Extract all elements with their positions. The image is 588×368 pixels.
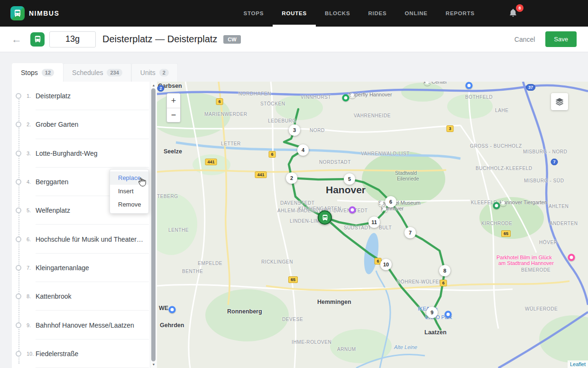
map-stop-marker[interactable]: 5 [344, 173, 355, 185]
brand[interactable]: NIMBUS [10, 6, 59, 20]
stop-radio[interactable] [16, 208, 21, 213]
nav-item[interactable]: RIDES [359, 0, 395, 27]
map-label: DÖHREN-WÜLFEL [397, 279, 442, 284]
list-scrollbar[interactable]: ▲ ▼ [150, 82, 157, 368]
road-shield: 37 [526, 84, 535, 91]
context-menu-item[interactable]: Remove [110, 198, 148, 211]
tab[interactable]: Units 2 [131, 63, 178, 82]
map-stop-marker-number: 9 [431, 310, 433, 315]
nav-item[interactable]: ONLINE [396, 0, 437, 27]
map-stop-marker[interactable]: 7 [404, 227, 416, 238]
stop-row[interactable]: 7. Kleingartenanlage [12, 254, 150, 282]
road-shield: 3 [446, 125, 453, 132]
map-stop-marker-number: 8 [443, 268, 446, 274]
sprengel-museum-icon[interactable] [349, 207, 356, 214]
stop-name: Kleingartenanlage [36, 264, 148, 272]
stop-row[interactable]: 1. Deisterplatz [12, 82, 150, 110]
route-number-input[interactable] [49, 31, 96, 47]
stop-radio[interactable] [16, 93, 21, 99]
brand-name: NIMBUS [29, 9, 59, 17]
map[interactable]: GarbsenNORDHAFENSTÖCKENVINNHORSTSuperfly… [157, 82, 588, 368]
route-header: ← Deisterplatz — Deisterplatz CW Cancel … [0, 27, 588, 52]
context-menu-item[interactable]: Insert [110, 185, 148, 198]
map-stop-marker[interactable]: 11 [368, 217, 380, 228]
route-type-button[interactable] [30, 32, 45, 47]
map-label: LENTHE [168, 227, 189, 233]
stop-radio[interactable] [16, 293, 21, 299]
scroll-down-icon[interactable]: ▼ [150, 363, 157, 366]
notification-badge: 8 [516, 4, 524, 12]
park-and-ride-icon[interactable] [169, 306, 176, 313]
map-stop-marker[interactable]: 9 [426, 307, 438, 318]
stop-radio[interactable] [16, 151, 21, 156]
map-label: VAHRENWALD-LIST [361, 151, 410, 156]
stop-row[interactable]: 8. Kattenbrook [12, 282, 150, 311]
map-stop-marker[interactable]: 8 [439, 265, 450, 276]
map-stop-marker-number: 5 [348, 176, 351, 182]
context-menu-item[interactable]: Replace [110, 171, 148, 185]
map-stop-marker[interactable]: 3 [289, 124, 300, 136]
map-label: RICKLINGEN [261, 259, 293, 264]
scroll-up-icon[interactable]: ▲ [150, 84, 157, 87]
shopping-icon[interactable] [445, 311, 452, 318]
map-attribution[interactable]: Leaflet [568, 360, 588, 368]
map-label: MISBURG - NORD [523, 149, 567, 154]
cancel-button[interactable]: Cancel [514, 36, 535, 43]
nav-item[interactable]: BLOCKS [316, 0, 359, 27]
map-label: Ronnenberg [227, 308, 262, 315]
map-label: Parkhotel Bilm im Glück [496, 255, 552, 260]
notifications-button[interactable]: 8 [508, 8, 519, 19]
stop-radio[interactable] [16, 265, 21, 271]
stop-radio[interactable] [16, 122, 21, 127]
bus-icon [34, 35, 42, 43]
stop-row[interactable]: 9. Bahnhof Hanover Messe/Laatzen [12, 311, 150, 339]
map-label: Hemmingen [317, 299, 351, 305]
scrollbar-thumb[interactable] [151, 88, 156, 361]
stop-number: 5. [27, 208, 31, 213]
stop-row[interactable]: 2. Grober Garten [12, 110, 150, 139]
zoom-out-button[interactable]: − [167, 108, 180, 122]
stop-radio[interactable] [16, 351, 21, 357]
nav-item[interactable]: REPORTS [437, 0, 484, 27]
a2-center-icon[interactable] [466, 82, 473, 89]
map-stop-marker[interactable]: 4 [297, 144, 309, 156]
road-shield: 6 [268, 151, 276, 158]
road-shield: 6 [440, 280, 447, 286]
nav-item[interactable]: STOPS [235, 0, 273, 27]
tab[interactable]: Schedules 234 [63, 63, 131, 82]
nimbus-logo-icon [10, 6, 25, 20]
map-label: KÜCHENGARTEN [298, 206, 341, 211]
back-button[interactable]: ← [11, 34, 22, 45]
stop-radio[interactable] [16, 322, 21, 328]
road-shield: 441 [255, 171, 266, 178]
stop-row[interactable]: 6. Hochschule für Musik und Theater… [12, 225, 150, 253]
save-button[interactable]: Save [545, 31, 577, 47]
road-shield: 65 [288, 276, 298, 283]
layers-button[interactable] [551, 93, 568, 110]
map-stop-marker[interactable]: 2 [286, 172, 297, 184]
zoom-in-button[interactable]: + [167, 94, 180, 108]
stop-radio[interactable] [16, 179, 21, 185]
nav-item[interactable]: ROUTES [273, 0, 316, 27]
vehicle-marker[interactable] [318, 210, 332, 225]
stop-name: Bahnhof Hanover Messe/Laatzen [36, 321, 148, 329]
parkhotel-icon[interactable] [568, 254, 575, 261]
map-label: STÖCKEN [260, 101, 285, 106]
stop-name: Lotte-Burghardt-Weg [36, 150, 148, 157]
superfly-icon[interactable] [342, 94, 349, 102]
stop-row[interactable]: 10. Fiedelerstraße [12, 340, 150, 368]
map-label: GROSS - BUCHHOLZ [470, 143, 522, 149]
stop-row[interactable]: 3. Lotte-Burghardt-Weg [12, 139, 150, 168]
road-shield: 6 [216, 98, 223, 105]
map-stop-marker[interactable]: 6 [385, 196, 396, 208]
tiergarten-icon[interactable] [493, 202, 500, 209]
layers-icon [555, 97, 564, 106]
map-label: Seelze [164, 148, 182, 155]
stop-number: 2. [27, 122, 31, 127]
tab[interactable]: Stops 12 [12, 63, 63, 82]
stop-radio[interactable] [16, 236, 21, 242]
stop-name: Deisterplatz [36, 92, 148, 100]
map-stop-marker[interactable]: 10 [380, 259, 392, 270]
tab-label: Schedules [72, 69, 103, 76]
map-stop-marker-number: 3 [293, 127, 296, 133]
